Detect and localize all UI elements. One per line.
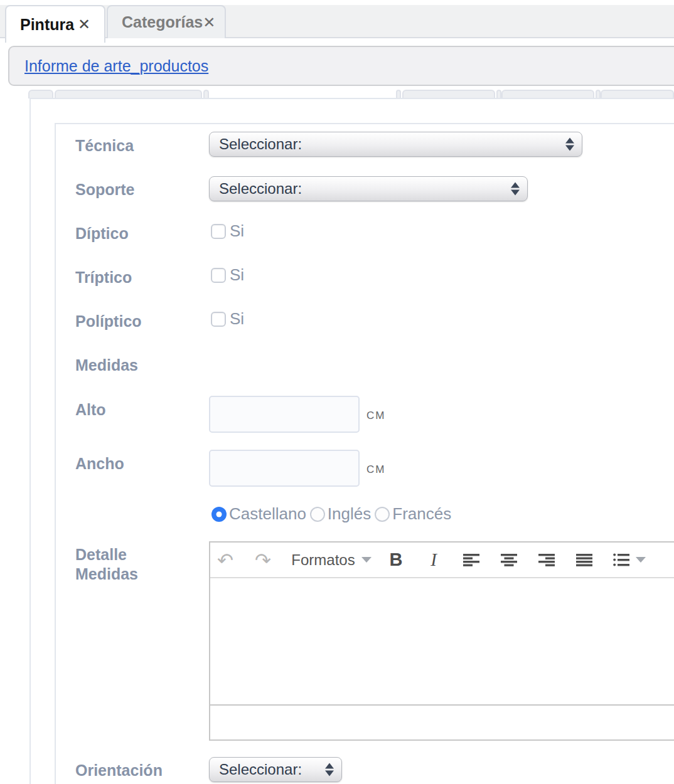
tab-pintura-label: Pintura bbox=[20, 16, 74, 34]
partial-subtab[interactable] bbox=[596, 90, 601, 98]
editor-status-bar bbox=[210, 704, 674, 739]
report-link-bar: Informe de arte_productos bbox=[8, 46, 674, 86]
detalle-medidas-editor: ↶ ↷ Formatos B I bbox=[209, 541, 674, 741]
orientacion-label: Orientación bbox=[75, 761, 207, 780]
report-link[interactable]: Informe de arte_productos bbox=[24, 57, 208, 75]
partial-subtab[interactable] bbox=[601, 90, 674, 98]
diptico-checkbox[interactable] bbox=[211, 224, 226, 239]
redo-icon[interactable]: ↷ bbox=[250, 547, 275, 573]
diptico-option-label: Si bbox=[230, 221, 244, 241]
orientacion-select-value: Seleccionar: bbox=[219, 761, 302, 778]
medidas-heading: Medidas bbox=[75, 356, 207, 375]
alto-label: Alto bbox=[75, 400, 207, 420]
tab-categorias-label: Categorías bbox=[122, 13, 203, 31]
undo-icon[interactable]: ↶ bbox=[213, 547, 238, 573]
chevron-down-icon bbox=[361, 557, 372, 563]
partial-subtab[interactable] bbox=[203, 90, 209, 98]
soporte-label: Soporte bbox=[75, 180, 207, 199]
alto-input[interactable] bbox=[209, 396, 360, 433]
triptico-checkbox[interactable] bbox=[211, 268, 226, 283]
page: Pintura ✕ Categorías ✕ Informe de arte_p… bbox=[0, 0, 674, 784]
align-right-icon[interactable] bbox=[534, 547, 559, 573]
partial-subtab[interactable] bbox=[28, 90, 53, 98]
radio-ingles[interactable] bbox=[310, 507, 325, 522]
radio-frances-label: Francés bbox=[392, 504, 451, 524]
close-icon[interactable]: ✕ bbox=[203, 15, 215, 30]
ancho-unit: CM bbox=[366, 464, 385, 476]
tecnica-select[interactable]: Seleccionar: bbox=[209, 132, 582, 157]
partial-subtab[interactable] bbox=[496, 90, 501, 98]
orientacion-select[interactable]: Seleccionar: bbox=[209, 757, 342, 782]
triptico-label: Tríptico bbox=[75, 268, 207, 287]
detalle-label-line1: Detalle bbox=[75, 545, 207, 564]
formats-dropdown[interactable]: Formatos bbox=[291, 547, 372, 573]
ancho-input[interactable] bbox=[209, 450, 360, 487]
poliptico-label: Políptico bbox=[75, 312, 207, 331]
tab-pintura[interactable]: Pintura ✕ bbox=[5, 5, 105, 43]
select-spinner-icon bbox=[565, 138, 574, 151]
diptico-label: Díptico bbox=[75, 224, 207, 243]
triptico-option-label: Si bbox=[230, 265, 244, 285]
radio-frances[interactable] bbox=[375, 507, 390, 522]
bold-icon[interactable]: B bbox=[383, 547, 409, 573]
detalle-label-line2: Medidas bbox=[75, 564, 207, 584]
partial-subtab[interactable] bbox=[501, 90, 594, 98]
formats-label: Formatos bbox=[291, 551, 355, 569]
partial-subtab[interactable] bbox=[55, 90, 202, 98]
poliptico-checkbox[interactable] bbox=[211, 312, 226, 327]
editor-toolbar: ↶ ↷ Formatos B I bbox=[210, 543, 674, 578]
bullet-list-icon bbox=[613, 553, 629, 568]
tecnica-label: Técnica bbox=[75, 136, 207, 156]
soporte-select-value: Seleccionar: bbox=[219, 180, 302, 198]
close-icon[interactable]: ✕ bbox=[78, 17, 90, 32]
bullet-list-dropdown[interactable] bbox=[609, 547, 650, 573]
align-center-icon[interactable] bbox=[496, 547, 522, 573]
soporte-select[interactable]: Seleccionar: bbox=[209, 176, 528, 201]
chevron-down-icon bbox=[636, 557, 646, 563]
detalle-medidas-label: Detalle Medidas bbox=[75, 545, 207, 584]
select-spinner-icon bbox=[325, 763, 334, 776]
align-left-icon[interactable] bbox=[459, 547, 484, 573]
alto-unit: CM bbox=[366, 410, 385, 422]
ancho-label: Ancho bbox=[75, 454, 207, 474]
radio-ingles-label: Inglés bbox=[328, 504, 371, 524]
tab-categorias[interactable]: Categorías ✕ bbox=[107, 5, 226, 38]
radio-castellano[interactable] bbox=[211, 507, 227, 522]
language-radio-group: Castellano Inglés Francés bbox=[211, 504, 455, 524]
partial-subtab[interactable] bbox=[402, 90, 495, 98]
italic-icon[interactable]: I bbox=[421, 547, 446, 573]
justify-icon[interactable] bbox=[572, 547, 597, 573]
select-spinner-icon bbox=[511, 183, 520, 196]
radio-castellano-label: Castellano bbox=[229, 504, 306, 524]
tecnica-select-value: Seleccionar: bbox=[219, 135, 302, 153]
partial-subtab[interactable] bbox=[396, 90, 401, 98]
poliptico-option-label: Si bbox=[230, 309, 244, 329]
editor-content-area[interactable] bbox=[210, 578, 674, 704]
